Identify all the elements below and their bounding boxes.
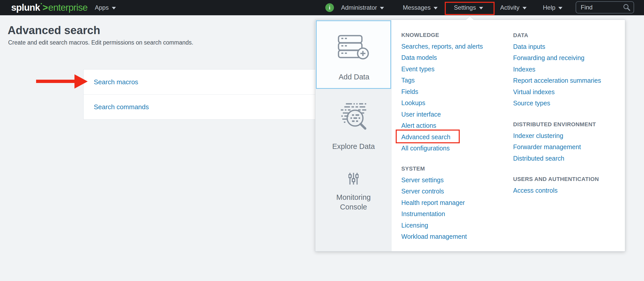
menu-item-licensing[interactable]: Licensing	[401, 220, 511, 231]
menu-item-indexer-clustering[interactable]: Indexer clustering	[513, 130, 622, 142]
menu-item-all-configurations[interactable]: All configurations	[401, 143, 511, 154]
section-header: USERS AND AUTHENTICATION	[513, 174, 622, 185]
explore-data-icon	[339, 103, 368, 133]
chevron-down-icon	[112, 7, 116, 9]
settings-menu-trigger[interactable]: Settings	[454, 0, 483, 15]
section-header: DATA	[513, 30, 622, 41]
dropdown-notch	[466, 16, 474, 23]
menu-item-distributed-search[interactable]: Distributed search	[513, 153, 622, 164]
administrator-menu-label: Administrator	[341, 4, 377, 11]
top-navigation-bar: splunk>enterprise Apps i Administrator M…	[0, 0, 644, 15]
menu-section-data: DATA Data inputs Forwarding and receivin…	[513, 30, 622, 109]
menu-item-indexes[interactable]: Indexes	[513, 64, 622, 75]
chevron-down-icon	[523, 7, 527, 9]
tile-add-data[interactable]: Add Data	[316, 20, 391, 89]
logo-separator: >	[42, 2, 48, 13]
menu-item-lookups[interactable]: Lookups	[401, 97, 511, 109]
menu-item-alert-actions[interactable]: Alert actions	[401, 120, 511, 132]
menu-item-user-interface[interactable]: User interface	[401, 109, 511, 120]
red-arrow-head	[74, 74, 88, 89]
splunk-logo[interactable]: splunk>enterprise	[11, 0, 87, 15]
info-icon-letter: i	[329, 5, 330, 11]
messages-menu-label: Messages	[403, 4, 431, 11]
page-subtitle: Create and edit search macros. Edit perm…	[8, 39, 193, 46]
add-data-icon	[338, 34, 370, 60]
tile-monitoring-console[interactable]: Monitoring Console	[328, 192, 379, 212]
menu-item-health-report-manager[interactable]: Health report manager	[401, 197, 511, 208]
menu-item-server-settings[interactable]: Server settings	[401, 174, 511, 186]
menu-item-data-models[interactable]: Data models	[401, 52, 511, 64]
chevron-down-icon	[558, 7, 562, 9]
menu-section-distributed-environment: DISTRIBUTED ENVIRONMENT Indexer clusteri…	[513, 119, 622, 164]
chevron-down-icon	[479, 7, 483, 9]
menu-item-access-controls[interactable]: Access controls	[513, 185, 622, 196]
find-search-box[interactable]	[576, 1, 634, 13]
menu-item-data-inputs[interactable]: Data inputs	[513, 41, 622, 52]
search-commands-link[interactable]: Search commands	[94, 103, 149, 111]
administrator-menu[interactable]: Administrator	[341, 0, 384, 15]
menu-item-server-controls[interactable]: Server controls	[401, 186, 511, 197]
search-macros-link[interactable]: Search macros	[94, 78, 138, 86]
section-header: DISTRIBUTED ENVIRONMENT	[513, 119, 622, 130]
search-icon	[623, 4, 631, 11]
help-menu[interactable]: Help	[543, 0, 562, 15]
menu-item-tags[interactable]: Tags	[401, 75, 511, 86]
menu-item-forwarding-and-receiving[interactable]: Forwarding and receiving	[513, 52, 622, 64]
section-header: SYSTEM	[401, 163, 511, 174]
page-title: Advanced search	[8, 24, 100, 37]
monitoring-console-icon	[348, 172, 359, 185]
menu-item-instrumentation[interactable]: Instrumentation	[401, 208, 511, 220]
apps-menu-label: Apps	[95, 4, 109, 11]
chevron-down-icon	[380, 7, 384, 9]
tile-add-data-label: Add Data	[316, 72, 392, 82]
logo-product-text: enterprise	[48, 2, 88, 13]
menu-item-report-acceleration-summaries[interactable]: Report acceleration summaries	[513, 75, 622, 87]
info-icon[interactable]: i	[325, 3, 334, 12]
menu-section-users-and-authentication: USERS AND AUTHENTICATION Access controls	[513, 174, 622, 196]
help-menu-label: Help	[543, 4, 555, 11]
menu-item-advanced-search[interactable]: Advanced search	[401, 131, 511, 143]
menu-section-knowledge: KNOWLEDGE Searches, reports, and alerts …	[401, 30, 511, 154]
menu-item-virtual-indexes[interactable]: Virtual indexes	[513, 86, 622, 98]
settings-menu-label: Settings	[454, 4, 476, 11]
logo-brand-text: splunk	[11, 2, 40, 13]
activity-menu[interactable]: Activity	[500, 0, 527, 15]
tile-explore-data[interactable]: Explore Data	[315, 142, 392, 151]
menu-section-system: SYSTEM Server settings Server controls H…	[401, 163, 511, 242]
menu-item-source-types[interactable]: Source types	[513, 98, 622, 109]
red-arrow-annotation	[36, 80, 75, 83]
menu-item-workload-management[interactable]: Workload management	[401, 231, 511, 243]
menu-item-fields[interactable]: Fields	[401, 86, 511, 97]
activity-menu-label: Activity	[500, 4, 519, 11]
settings-dropdown-menu: Add Data Explore Data	[315, 20, 625, 251]
section-header: KNOWLEDGE	[401, 30, 511, 41]
menu-item-event-types[interactable]: Event types	[401, 63, 511, 75]
find-search-input[interactable]	[576, 4, 623, 11]
chevron-down-icon	[434, 7, 438, 9]
messages-menu[interactable]: Messages	[403, 0, 438, 15]
menu-item-forwarder-management[interactable]: Forwarder management	[513, 142, 622, 153]
menu-item-searches-reports-alerts[interactable]: Searches, reports, and alerts	[401, 41, 511, 52]
apps-menu[interactable]: Apps	[95, 0, 116, 15]
